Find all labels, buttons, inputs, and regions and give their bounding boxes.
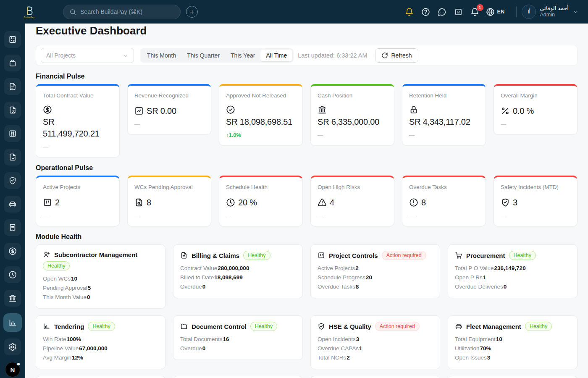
shield-check-icon (8, 176, 17, 185)
chart-line-icon (134, 106, 144, 116)
kpi-value-row: SR 511,499,720.21 (43, 105, 113, 139)
module-stat-row: Overdue0 (180, 282, 296, 291)
stat-value: 0 (87, 294, 90, 300)
notifications-button[interactable]: 1 (470, 6, 480, 17)
sidebar-item-time[interactable] (4, 266, 21, 283)
bar-chart-icon (8, 318, 17, 327)
sidebar-item-approvals[interactable] (4, 149, 21, 165)
range-tab-this-quarter[interactable]: This Quarter (181, 50, 225, 61)
whats-new-button[interactable] (404, 6, 415, 17)
module-stats: Total P O Value236,149,720Open P Rs1Over… (455, 264, 570, 291)
kpi-change: — (409, 213, 479, 219)
range-tab-all-time[interactable]: All Time (260, 50, 292, 61)
sidebar-item-contracts[interactable] (4, 102, 21, 118)
sidebar-item-estimating[interactable] (4, 31, 21, 48)
kpi-value-row: SR 18,098,698.51 (226, 105, 296, 128)
search-icon (69, 8, 76, 16)
module-card-stub (173, 376, 303, 378)
module-title: Document Control (192, 323, 247, 330)
kpi-change: — (43, 144, 113, 150)
stat-label: Utilization (455, 345, 480, 352)
financial-cards: Total Contract ValueSR 511,499,720.21—Re… (36, 84, 578, 158)
stat-value: 2 (355, 265, 359, 271)
sidebar-item-dashboard[interactable] (3, 313, 22, 332)
shield-check-icon (501, 198, 510, 207)
module-stat-row: This Month Value0 (43, 293, 158, 302)
sliders-icon (8, 129, 17, 138)
chevron-down-icon[interactable] (572, 9, 579, 15)
language-button[interactable]: EN (486, 6, 505, 17)
help-circle-icon (421, 8, 430, 16)
kpi-card-cash-position: Cash PositionSR 6,335,000.00— (310, 84, 394, 146)
sidebar-item-documents[interactable] (4, 78, 21, 95)
kpi-title: Approved Not Released (226, 92, 296, 100)
user-meta: أحمد الوفائي Admin (540, 5, 569, 18)
module-stat-row: Total P O Value236,149,720 (455, 264, 570, 273)
project-select[interactable]: All Projects (41, 48, 134, 63)
module-stat-row: Utilization70% (455, 344, 570, 353)
module-card-stub (310, 376, 440, 378)
kpi-change: — (134, 213, 204, 219)
stat-value: 20 (366, 274, 372, 281)
sidebar-item-banking[interactable] (4, 290, 21, 307)
chat-button[interactable] (437, 6, 448, 17)
status-badge: Healthy (43, 261, 70, 270)
sidebar-item-invoices[interactable] (4, 219, 21, 236)
stat-label: Schedule Progress (318, 274, 365, 281)
module-stats: Active Projects2Schedule Progress20Overd… (318, 264, 433, 291)
global-search[interactable] (63, 5, 181, 19)
sidebar-item-procurement[interactable] (4, 55, 21, 71)
range-tab-this-month[interactable]: This Month (142, 50, 181, 61)
stat-value: 5 (88, 285, 91, 291)
module-title: Tendering (54, 323, 84, 330)
stat-label: Total P O Value (455, 265, 494, 271)
module-stat-row: Billed to Date18,098,699 (180, 273, 296, 282)
refresh-button[interactable]: Refresh (375, 48, 418, 63)
stat-label: Open WCs (43, 276, 71, 282)
topbar-divider (516, 6, 517, 17)
last-updated-text: Last updated: 6:33:22 AM (298, 52, 367, 59)
quick-add-button[interactable] (186, 6, 198, 18)
kpi-change: — (318, 132, 387, 139)
status-badge: Action required (375, 322, 420, 331)
sidebar-item-finance[interactable] (4, 243, 21, 260)
kpi-change: — (318, 213, 387, 219)
module-stat-row: Total NCRs2 (318, 353, 433, 362)
search-input[interactable] (80, 8, 174, 15)
sidebar-item-controls[interactable] (4, 125, 21, 142)
help-button[interactable] (420, 6, 431, 17)
stat-label: Pending Approval (43, 285, 87, 291)
kpi-title: Schedule Health (226, 184, 296, 191)
plus-icon (189, 9, 195, 15)
user-menu[interactable]: أا أحمد الوفائي Admin (522, 5, 579, 19)
app-logo[interactable]: BuildaPay (24, 5, 34, 18)
dev-indicator-button[interactable]: N (5, 362, 20, 377)
stat-value: 1 (483, 274, 486, 281)
kpi-value: SR 4,343,117.02 (409, 116, 470, 128)
kpi-card-approved-not-released: Approved Not ReleasedSR 18,098,698.51↑1.… (219, 84, 303, 146)
chevron-down-icon (572, 9, 579, 15)
stat-label: Overdue CAPAs (318, 345, 359, 352)
sidebar-item-hse[interactable] (4, 172, 21, 189)
stat-value: 236,149,720 (494, 265, 526, 271)
kpi-change: — (501, 121, 570, 128)
range-tab-this-year[interactable]: This Year (225, 50, 260, 61)
module-stat-row: Open Incidents3 (318, 335, 433, 344)
module-card-subcontractor-management: Subcontractor ManagementHealthyOpen WCs1… (36, 244, 165, 309)
circle-dollar-icon (43, 105, 52, 114)
car-icon (455, 323, 462, 330)
sidebar-item-settings[interactable] (4, 339, 21, 355)
plus-icon (189, 9, 195, 15)
percent-icon (501, 106, 510, 116)
kpi-change: — (409, 132, 479, 139)
kpi-value: SR 18,098,698.51 (226, 116, 292, 128)
feedback-button[interactable] (453, 6, 464, 17)
stat-value: 0 (202, 284, 206, 290)
section-title-operational: Operational Pulse (36, 164, 578, 172)
file-search-icon (134, 198, 144, 207)
sidebar-item-fleet[interactable] (4, 196, 21, 213)
status-badge: Healthy (88, 322, 115, 331)
module-stat-row: Total Documents16 (180, 335, 296, 344)
message-dots-icon (438, 8, 446, 16)
kpi-title: Active Projects (43, 184, 113, 191)
